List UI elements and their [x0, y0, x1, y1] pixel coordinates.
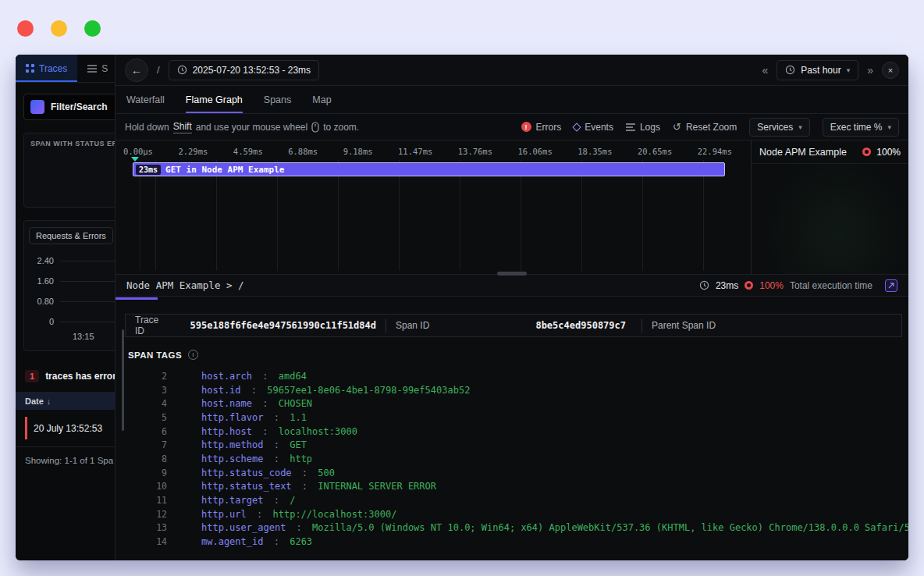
tag-row[interactable]: 10 http.status_text : INTERNAL SERVER ER…: [116, 480, 908, 494]
sidebar-tab-traces[interactable]: Traces: [16, 55, 77, 82]
filter-icon: [30, 100, 44, 114]
time-tick: 20.65ms: [638, 147, 672, 156]
vertical-scrollbar-thumb[interactable]: [122, 329, 124, 431]
x-axis-tick: 13:15: [73, 332, 116, 341]
events-toggle[interactable]: Events: [574, 122, 613, 133]
zoom-hint: Hold down Shift and use your mouse wheel…: [125, 121, 359, 133]
reset-zoom-button[interactable]: ↺ Reset Zoom: [673, 121, 737, 133]
hint-text: to zoom.: [323, 122, 359, 133]
tag-key-value: mw.agent_id : 6263: [201, 536, 312, 547]
error-summary-text: traces has error c: [45, 371, 116, 382]
tag-row[interactable]: 8 http.scheme : http: [116, 452, 908, 466]
tag-row[interactable]: 9 http.status_code : 500: [116, 466, 908, 480]
tag-row[interactable]: 3 host.id : 59657ee1-8e06-4be1-8798-99ef…: [116, 383, 908, 397]
sort-desc-icon: ↓: [47, 396, 52, 406]
app-window: Traces S Filter/Search SPAN WITH STATUS …: [16, 55, 908, 560]
gridline: [60, 301, 116, 302]
tag-row[interactable]: 13 http.user_agent : Mozilla/5.0 (Window…: [116, 521, 908, 535]
sidebar-tab-saved-views[interactable]: S: [77, 55, 116, 82]
resize-handle[interactable]: [497, 272, 527, 276]
logs-toggle[interactable]: Logs: [626, 122, 660, 133]
minimize-window-button[interactable]: [51, 20, 67, 37]
requests-errors-panel: Requests & Errors 2.40 1.60 0.80: [23, 220, 116, 351]
chevron-down-icon: ▾: [798, 123, 802, 131]
trace-timestamp-chip[interactable]: 2025-07-20 13:52:53 - 23ms: [169, 60, 319, 80]
exec-time-dropdown[interactable]: Exec time % ▾: [823, 118, 899, 137]
span-label: GET in Node APM Example: [165, 165, 284, 175]
back-button[interactable]: ←: [125, 59, 148, 82]
reset-zoom-label: Reset Zoom: [686, 122, 737, 133]
tag-row[interactable]: 14 mw.agent_id : 6263: [116, 535, 908, 549]
tag-key: host.arch: [201, 371, 252, 382]
prev-range-button[interactable]: «: [762, 64, 769, 76]
service-row[interactable]: Node APM Example 100%: [752, 140, 908, 164]
tag-row[interactable]: 12 http.url : http://localhost:3000/: [116, 507, 908, 521]
view-tabs: Waterfall Flame Graph Spans Map: [116, 86, 908, 114]
tag-row[interactable]: 6 http.host : localhost:3000: [116, 425, 908, 439]
expand-details-icon[interactable]: [885, 279, 897, 292]
errors-label: Errors: [536, 122, 562, 133]
span-drag-handle[interactable]: [131, 157, 139, 162]
close-trace-button[interactable]: ×: [882, 62, 899, 79]
tag-separator: :: [274, 495, 279, 506]
tag-row[interactable]: 5 http.flavor : 1.1: [116, 411, 908, 425]
line-number: 12: [116, 509, 167, 520]
shift-key-label: Shift: [173, 121, 192, 133]
tag-row[interactable]: 4 host.name : CHOSEN: [116, 396, 908, 411]
info-icon[interactable]: i: [188, 350, 198, 360]
toolbar-right-group: ! Errors Events Logs ↺ Reset Zoom Servic…: [521, 118, 899, 137]
ids-row: Trace ID 595e188f6f6e4e947561990c11f51d8…: [125, 314, 902, 337]
span-tags-header: SPAN TAGS i: [128, 350, 908, 360]
line-number: 7: [116, 439, 167, 450]
tag-separator: :: [274, 439, 279, 450]
tag-row[interactable]: 7 http.method : GET: [116, 438, 908, 452]
clock-icon: [177, 65, 187, 75]
tag-key: http.host: [201, 426, 252, 437]
span-tags-list: 2 host.arch : amd64 3 host.id : 59: [116, 369, 908, 549]
tab-waterfall[interactable]: Waterfall: [126, 86, 165, 113]
chart-gridline-row: 2.40: [29, 251, 116, 271]
horizontal-scrollbar-thumb[interactable]: [116, 297, 158, 300]
tag-value: GET: [290, 439, 307, 450]
parent-span-id-label: Parent Span ID: [652, 320, 716, 331]
span-status-panel-title: SPAN WITH STATUS ERR: [30, 140, 116, 148]
trace-id-label: Trace ID: [135, 315, 169, 336]
maximize-window-button[interactable]: [84, 20, 101, 37]
tag-key-value: host.id : 59657ee1-8e06-4be1-8798-99ef54…: [201, 385, 470, 396]
tag-row[interactable]: 2 host.arch : amd64: [116, 369, 908, 383]
back-arrow-icon: ←: [131, 64, 142, 76]
tag-value: 1.1: [290, 412, 307, 423]
error-summary: 1 traces has error c: [25, 370, 115, 382]
date-header-label: Date: [25, 396, 44, 406]
tag-value: INTERNAL SERVER ERROR: [318, 481, 436, 492]
tag-value: /: [290, 495, 295, 506]
flame-graph-canvas[interactable]: 0.00μs2.29ms4.59ms6.88ms9.18ms11.47ms13.…: [116, 140, 751, 274]
date-column-header[interactable]: Date ↓: [16, 392, 115, 410]
flame-span-bar[interactable]: 23ms GET in Node APM Example: [133, 162, 725, 176]
flame-graph-region: 0.00μs2.29ms4.59ms6.88ms9.18ms11.47ms13.…: [116, 140, 908, 275]
sidebar: Traces S Filter/Search SPAN WITH STATUS …: [16, 55, 116, 560]
tab-map[interactable]: Map: [312, 86, 331, 113]
next-range-button[interactable]: »: [867, 64, 873, 76]
filter-search-input[interactable]: Filter/Search: [23, 94, 116, 120]
tag-row[interactable]: 11 http.target : /: [116, 493, 908, 507]
tab-spans[interactable]: Spans: [264, 86, 291, 113]
time-tick: 16.06ms: [518, 147, 553, 156]
hint-text: Hold down: [125, 122, 169, 133]
tag-separator: :: [274, 453, 279, 464]
gridline: [60, 261, 116, 261]
errors-toggle[interactable]: ! Errors: [521, 122, 562, 133]
tag-separator: :: [251, 385, 257, 396]
trace-list-item[interactable]: 20 July 13:52:53: [25, 417, 115, 439]
line-number: 10: [116, 481, 167, 492]
close-window-button[interactable]: [17, 20, 34, 37]
clock-icon: [699, 280, 709, 290]
tab-flame-graph[interactable]: Flame Graph: [186, 86, 243, 113]
line-number: 9: [116, 468, 167, 478]
services-dropdown[interactable]: Services ▾: [749, 118, 810, 137]
tag-separator: :: [262, 426, 268, 437]
tag-key: mw.agent_id: [201, 536, 263, 547]
requests-errors-chart: 2.40 1.60 0.80 0: [29, 251, 116, 332]
time-range-dropdown[interactable]: Past hour ▾: [777, 60, 858, 80]
time-range-value: Past hour: [801, 65, 840, 76]
